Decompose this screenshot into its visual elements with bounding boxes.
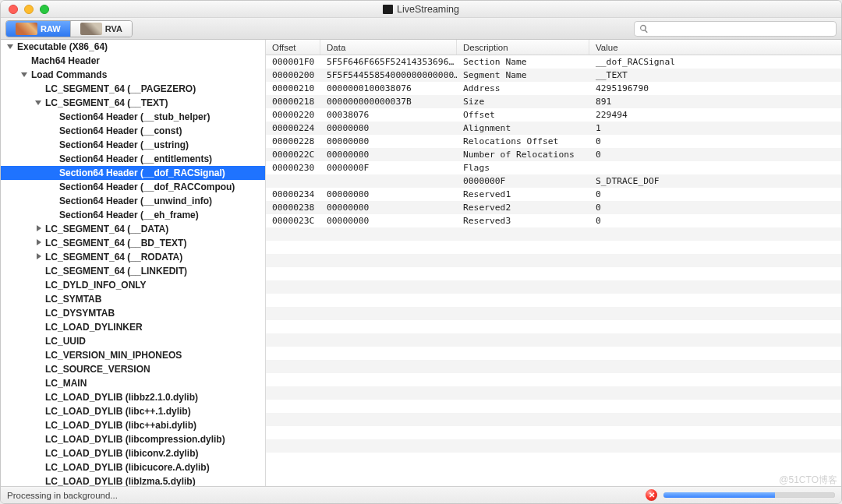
tree-label: Section64 Header (__const) bbox=[59, 125, 182, 136]
tree-row[interactable]: LC_LOAD_DYLIB (libcompression.dylib) bbox=[1, 432, 265, 446]
tree-row[interactable]: LC_UUID bbox=[1, 334, 265, 348]
segment-raw[interactable]: RAW bbox=[6, 21, 71, 37]
tree-row[interactable]: LC_SEGMENT_64 (__LINKEDIT) bbox=[1, 264, 265, 278]
tree-label: LC_LOAD_DYLIB (libcompression.dylib) bbox=[45, 434, 225, 445]
table-body[interactable]: 000001F05F5F646F665F52414353696…Section … bbox=[266, 55, 841, 486]
chevron-right-icon[interactable] bbox=[35, 225, 43, 233]
cell-offset: 00000200 bbox=[266, 69, 320, 82]
tree-label: LC_SEGMENT_64 (__BD_TEXT) bbox=[45, 238, 186, 248]
cell-desc: Address bbox=[457, 82, 589, 95]
col-offset[interactable]: Offset bbox=[266, 40, 320, 55]
tree-label: LC_SEGMENT_64 (__RODATA) bbox=[45, 252, 182, 263]
tree-row[interactable]: Section64 Header (__dof_RACCompou) bbox=[1, 180, 265, 194]
tree-row[interactable]: LC_LOAD_DYLIB (libiconv.2.dylib) bbox=[1, 446, 265, 460]
tree-row[interactable]: Mach64 Header bbox=[1, 54, 265, 68]
chevron-down-icon[interactable] bbox=[7, 43, 15, 51]
tree-row[interactable]: Section64 Header (__eh_frame) bbox=[1, 208, 265, 222]
minimize-window-button[interactable] bbox=[24, 5, 34, 14]
cell-value bbox=[589, 161, 841, 174]
tree-row[interactable]: LC_VERSION_MIN_IPHONEOS bbox=[1, 348, 265, 362]
chevron-down-icon[interactable] bbox=[21, 71, 29, 79]
mode-segmented-control[interactable]: RAWRVA bbox=[5, 20, 133, 37]
table-row[interactable]: 000002100000000100038076Address429519679… bbox=[266, 82, 841, 95]
tree-row[interactable]: LC_MAIN bbox=[1, 376, 265, 390]
tree-row[interactable]: Section64 Header (__ustring) bbox=[1, 138, 265, 152]
cell-data: 00000000 bbox=[320, 188, 457, 201]
tree-row[interactable]: Section64 Header (__entitlements) bbox=[1, 152, 265, 166]
detail-pane: Offset Data Description Value 000001F05F… bbox=[266, 40, 841, 486]
tree-row[interactable]: Section64 Header (__unwind_info) bbox=[1, 194, 265, 208]
tree-row[interactable]: LC_LOAD_DYLINKER bbox=[1, 320, 265, 334]
cell-desc: Segment Name bbox=[457, 69, 589, 82]
tree-row[interactable]: LC_DYSYMTAB bbox=[1, 306, 265, 320]
tree-row[interactable]: LC_SEGMENT_64 (__TEXT) bbox=[1, 96, 265, 110]
table-row[interactable]: 0000000FS_DTRACE_DOF bbox=[266, 174, 841, 188]
col-data[interactable]: Data bbox=[320, 40, 457, 55]
search-field[interactable] bbox=[634, 21, 837, 37]
tree-row[interactable]: LC_SEGMENT_64 (__PAGEZERO) bbox=[1, 82, 265, 96]
tree-row[interactable]: LC_LOAD_DYLIB (libicucore.A.dylib) bbox=[1, 460, 265, 474]
tree-row[interactable]: LC_LOAD_DYLIB (libc++abi.dylib) bbox=[1, 418, 265, 432]
tree-row[interactable]: LC_SEGMENT_64 (__DATA) bbox=[1, 222, 265, 236]
cell-desc: Alignment bbox=[457, 122, 589, 135]
tree-row[interactable]: LC_LOAD_DYLIB (libbz2.1.0.dylib) bbox=[1, 390, 265, 404]
tree-row[interactable]: LC_DYLD_INFO_ONLY bbox=[1, 278, 265, 292]
cell-value: 4295196790 bbox=[589, 82, 841, 95]
segment-rva[interactable]: RVA bbox=[71, 21, 132, 37]
tree-label: LC_LOAD_DYLIB (libc++abi.dylib) bbox=[45, 420, 196, 431]
cell-data: 00038076 bbox=[320, 108, 457, 122]
spacer bbox=[35, 379, 43, 387]
tree-label: Section64 Header (__eh_frame) bbox=[59, 210, 199, 220]
spacer bbox=[49, 127, 57, 135]
table-row-empty bbox=[266, 267, 841, 280]
cell-value: 891 bbox=[589, 95, 841, 108]
table-row[interactable]: 000002005F5F54455854000000000000…Segment… bbox=[266, 69, 841, 82]
tree-row[interactable]: LC_SEGMENT_64 (__RODATA) bbox=[1, 250, 265, 264]
table-row[interactable]: 0000023800000000Reserved20 bbox=[266, 201, 841, 214]
chevron-down-icon[interactable] bbox=[35, 99, 43, 107]
spacer bbox=[35, 407, 43, 415]
close-window-button[interactable] bbox=[9, 5, 18, 14]
table-row[interactable]: 0000022400000000Alignment1 bbox=[266, 122, 841, 135]
cell-offset: 00000218 bbox=[266, 95, 320, 108]
error-icon[interactable]: ✕ bbox=[646, 489, 657, 501]
tree-row[interactable]: Section64 Header (__const) bbox=[1, 124, 265, 138]
table-row[interactable]: 0000022C00000000Number of Relocations0 bbox=[266, 148, 841, 161]
tree-row[interactable]: Load Commands bbox=[1, 68, 265, 82]
col-value[interactable]: Value bbox=[589, 40, 841, 55]
table-row[interactable]: 0000022000038076Offset229494 bbox=[266, 108, 841, 122]
cell-offset: 00000224 bbox=[266, 122, 320, 135]
cell-data: 00000000 bbox=[320, 122, 457, 135]
chevron-right-icon[interactable] bbox=[35, 239, 43, 247]
table-row[interactable]: 000002300000000FFlags bbox=[266, 161, 841, 174]
tree-label: Mach64 Header bbox=[31, 55, 100, 66]
table-row[interactable]: 00000218000000000000037BSize891 bbox=[266, 95, 841, 108]
table-row-empty bbox=[266, 400, 841, 413]
cell-desc: Section Name bbox=[457, 55, 589, 69]
table-row-empty bbox=[266, 333, 841, 347]
cell-offset: 00000220 bbox=[266, 108, 320, 122]
table-row[interactable]: 0000023400000000Reserved10 bbox=[266, 188, 841, 201]
col-desc[interactable]: Description bbox=[457, 40, 589, 55]
tree-label: LC_SEGMENT_64 (__PAGEZERO) bbox=[45, 83, 196, 94]
tree-row[interactable]: LC_SOURCE_VERSION bbox=[1, 362, 265, 376]
tree-label: Section64 Header (__entitlements) bbox=[59, 153, 212, 164]
tree-row[interactable]: Section64 Header (__dof_RACSignal) bbox=[1, 166, 265, 180]
tree-row[interactable]: LC_SEGMENT_64 (__BD_TEXT) bbox=[1, 236, 265, 250]
structure-tree[interactable]: Executable (X86_64)Mach64 HeaderLoad Com… bbox=[1, 40, 266, 486]
segment-label: RAW bbox=[41, 24, 61, 33]
tree-row[interactable]: LC_LOAD_DYLIB (libc++.1.dylib) bbox=[1, 404, 265, 418]
spacer bbox=[35, 449, 43, 457]
table-row[interactable]: 0000023C00000000Reserved30 bbox=[266, 214, 841, 227]
tree-row[interactable]: Executable (X86_64) bbox=[1, 40, 265, 54]
chevron-right-icon[interactable] bbox=[35, 253, 43, 261]
tree-row[interactable]: LC_LOAD_DYLIB (liblzma.5.dylib) bbox=[1, 474, 265, 486]
cell-data: 000000000000037B bbox=[320, 95, 457, 108]
search-input[interactable] bbox=[649, 23, 831, 35]
tree-row[interactable]: Section64 Header (__stub_helper) bbox=[1, 110, 265, 124]
table-row[interactable]: 0000022800000000Relocations Offset0 bbox=[266, 135, 841, 148]
table-row[interactable]: 000001F05F5F646F665F52414353696…Section … bbox=[266, 55, 841, 69]
zoom-window-button[interactable] bbox=[40, 5, 49, 14]
table-header[interactable]: Offset Data Description Value bbox=[266, 40, 841, 55]
tree-row[interactable]: LC_SYMTAB bbox=[1, 292, 265, 306]
